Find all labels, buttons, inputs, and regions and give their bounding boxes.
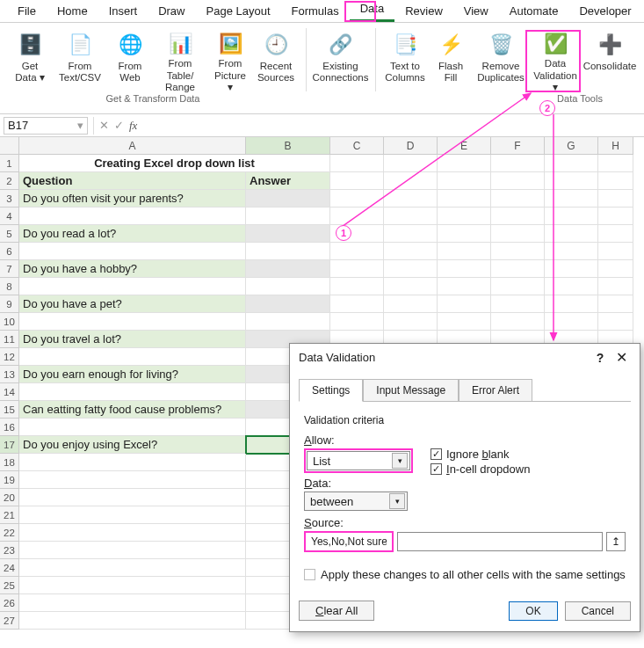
cell[interactable] bbox=[491, 313, 545, 331]
ignore-blank-checkbox[interactable]: ✓Ignore blank bbox=[431, 448, 530, 461]
get-data-button[interactable]: 🗄️GetData ▾ bbox=[7, 28, 53, 95]
cell[interactable] bbox=[19, 594, 246, 612]
dialog-tab-settings[interactable]: Settings bbox=[299, 379, 363, 402]
cell[interactable] bbox=[598, 155, 633, 172]
cell[interactable] bbox=[19, 278, 246, 295]
cell[interactable] bbox=[598, 295, 633, 313]
remove-duplicates-button[interactable]: 🗑️RemoveDuplicates bbox=[474, 28, 528, 95]
cell[interactable] bbox=[545, 260, 598, 278]
cell[interactable] bbox=[598, 225, 633, 243]
cell[interactable] bbox=[491, 172, 545, 190]
cell[interactable] bbox=[598, 278, 633, 295]
select-all-corner[interactable] bbox=[0, 137, 19, 155]
col-header-A[interactable]: A bbox=[19, 137, 246, 155]
row-header[interactable]: 12 bbox=[0, 348, 19, 366]
cell[interactable] bbox=[598, 208, 633, 225]
cell[interactable]: Answer bbox=[246, 172, 330, 190]
cell[interactable] bbox=[246, 208, 330, 225]
range-picker-button[interactable]: ↥ bbox=[606, 532, 626, 551]
cell[interactable] bbox=[384, 155, 438, 172]
text-to-columns-button[interactable]: 📑Text toColumns bbox=[382, 28, 428, 95]
from-web-button[interactable]: 🌐FromWeb bbox=[107, 28, 153, 95]
cancel-icon[interactable]: ✕ bbox=[99, 119, 109, 132]
cell[interactable] bbox=[246, 313, 330, 331]
cell[interactable]: Do you earn enough for living? bbox=[19, 366, 246, 383]
cell[interactable] bbox=[545, 172, 598, 190]
cell[interactable] bbox=[545, 225, 598, 243]
row-header[interactable]: 15 bbox=[0, 401, 19, 419]
row-header[interactable]: 9 bbox=[0, 295, 19, 313]
cell[interactable] bbox=[246, 225, 330, 243]
cell[interactable] bbox=[330, 313, 384, 331]
row-header[interactable]: 1 bbox=[0, 155, 19, 172]
tab-draw[interactable]: Draw bbox=[148, 1, 195, 22]
row-header[interactable]: 10 bbox=[0, 313, 19, 331]
from-table-button[interactable]: 📊From Table/Range bbox=[153, 28, 207, 95]
cell[interactable] bbox=[19, 524, 246, 542]
cell[interactable] bbox=[438, 155, 491, 172]
cell[interactable] bbox=[491, 278, 545, 295]
dialog-tab-error-alert[interactable]: Error Alert bbox=[459, 379, 532, 402]
cell[interactable] bbox=[246, 278, 330, 295]
row-header[interactable]: 27 bbox=[0, 612, 19, 630]
row-header[interactable]: 11 bbox=[0, 331, 19, 348]
allow-select[interactable]: List▾ bbox=[307, 451, 410, 470]
tab-data[interactable]: Data bbox=[350, 0, 394, 22]
cancel-button[interactable]: Cancel bbox=[565, 601, 631, 621]
cell[interactable] bbox=[330, 243, 384, 260]
cell[interactable] bbox=[438, 243, 491, 260]
ok-button[interactable]: OK bbox=[509, 601, 557, 621]
row-header[interactable]: 6 bbox=[0, 243, 19, 260]
cell[interactable] bbox=[545, 208, 598, 225]
fx-label[interactable]: fx bbox=[129, 119, 137, 133]
row-header[interactable]: 17 bbox=[0, 436, 19, 454]
in-cell-dropdown-checkbox[interactable]: ✓In-cell dropdown bbox=[431, 462, 530, 476]
cell[interactable] bbox=[19, 208, 246, 225]
cell[interactable] bbox=[491, 208, 545, 225]
cell[interactable] bbox=[545, 243, 598, 260]
consolidate-button[interactable]: ➕Consolidate bbox=[582, 28, 637, 95]
row-header[interactable]: 3 bbox=[0, 190, 19, 208]
cell[interactable] bbox=[438, 260, 491, 278]
cell[interactable] bbox=[246, 243, 330, 260]
row-header[interactable]: 25 bbox=[0, 577, 19, 594]
cell[interactable] bbox=[438, 295, 491, 313]
cell[interactable] bbox=[598, 260, 633, 278]
cell[interactable] bbox=[384, 313, 438, 331]
cell[interactable] bbox=[330, 190, 384, 208]
cell[interactable] bbox=[330, 295, 384, 313]
row-header[interactable]: 20 bbox=[0, 489, 19, 506]
cell[interactable] bbox=[246, 190, 330, 208]
cell[interactable] bbox=[491, 225, 545, 243]
cell[interactable] bbox=[384, 190, 438, 208]
cell[interactable] bbox=[438, 278, 491, 295]
row-header[interactable]: 2 bbox=[0, 172, 19, 190]
cell[interactable]: Question bbox=[19, 172, 246, 190]
tab-formulas[interactable]: Formulas bbox=[281, 1, 350, 22]
cell[interactable] bbox=[545, 190, 598, 208]
cell[interactable] bbox=[330, 260, 384, 278]
tab-view[interactable]: View bbox=[453, 1, 499, 22]
tab-file[interactable]: File bbox=[7, 1, 47, 22]
cell[interactable]: Do you travel a lot? bbox=[19, 331, 246, 348]
cell[interactable] bbox=[438, 172, 491, 190]
col-header-F[interactable]: F bbox=[491, 137, 545, 155]
data-validation-button[interactable]: ✅DataValidation ▾ bbox=[528, 28, 582, 95]
cell[interactable] bbox=[19, 243, 246, 260]
cell[interactable]: Do you enjoy using Excel? bbox=[19, 436, 246, 454]
cell[interactable] bbox=[384, 225, 438, 243]
cell[interactable] bbox=[246, 260, 330, 278]
cell[interactable] bbox=[384, 208, 438, 225]
cell[interactable] bbox=[19, 419, 246, 436]
dialog-help-button[interactable]: ? bbox=[591, 351, 610, 365]
from-text-csv-button[interactable]: 📄FromText/CSV bbox=[53, 28, 107, 95]
cell[interactable] bbox=[330, 278, 384, 295]
col-header-H[interactable]: H bbox=[598, 137, 633, 155]
cell[interactable] bbox=[438, 190, 491, 208]
cell[interactable] bbox=[19, 542, 246, 559]
cell[interactable] bbox=[19, 506, 246, 524]
row-header[interactable]: 5 bbox=[0, 225, 19, 243]
cell[interactable]: Do you often visit your parents? bbox=[19, 190, 246, 208]
row-header[interactable]: 8 bbox=[0, 278, 19, 295]
cell[interactable] bbox=[384, 278, 438, 295]
